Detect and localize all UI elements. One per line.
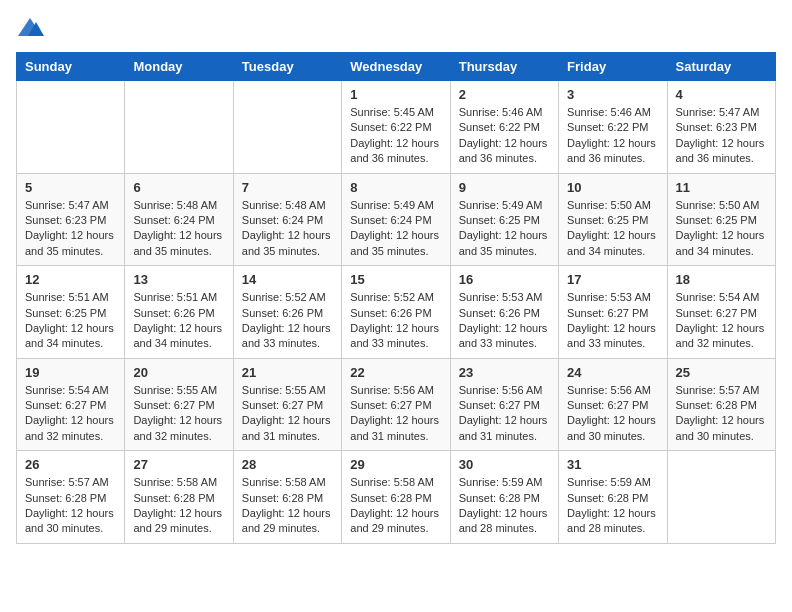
calendar-cell: 17Sunrise: 5:53 AMSunset: 6:27 PMDayligh… <box>559 266 667 359</box>
day-info: Sunrise: 5:50 AMSunset: 6:25 PMDaylight:… <box>676 198 767 260</box>
day-info: Sunrise: 5:54 AMSunset: 6:27 PMDaylight:… <box>25 383 116 445</box>
weekday-header-friday: Friday <box>559 53 667 81</box>
calendar-cell: 10Sunrise: 5:50 AMSunset: 6:25 PMDayligh… <box>559 173 667 266</box>
day-number: 8 <box>350 180 441 195</box>
weekday-header-saturday: Saturday <box>667 53 775 81</box>
day-info: Sunrise: 5:53 AMSunset: 6:26 PMDaylight:… <box>459 290 550 352</box>
calendar-cell: 27Sunrise: 5:58 AMSunset: 6:28 PMDayligh… <box>125 451 233 544</box>
day-number: 24 <box>567 365 658 380</box>
calendar-cell: 14Sunrise: 5:52 AMSunset: 6:26 PMDayligh… <box>233 266 341 359</box>
calendar-cell: 8Sunrise: 5:49 AMSunset: 6:24 PMDaylight… <box>342 173 450 266</box>
weekday-header-tuesday: Tuesday <box>233 53 341 81</box>
day-info: Sunrise: 5:59 AMSunset: 6:28 PMDaylight:… <box>567 475 658 537</box>
day-info: Sunrise: 5:49 AMSunset: 6:24 PMDaylight:… <box>350 198 441 260</box>
week-row-4: 19Sunrise: 5:54 AMSunset: 6:27 PMDayligh… <box>17 358 776 451</box>
day-info: Sunrise: 5:52 AMSunset: 6:26 PMDaylight:… <box>242 290 333 352</box>
day-info: Sunrise: 5:56 AMSunset: 6:27 PMDaylight:… <box>567 383 658 445</box>
day-number: 30 <box>459 457 550 472</box>
day-number: 5 <box>25 180 116 195</box>
calendar-cell: 24Sunrise: 5:56 AMSunset: 6:27 PMDayligh… <box>559 358 667 451</box>
calendar-cell: 2Sunrise: 5:46 AMSunset: 6:22 PMDaylight… <box>450 81 558 174</box>
day-number: 23 <box>459 365 550 380</box>
day-info: Sunrise: 5:51 AMSunset: 6:26 PMDaylight:… <box>133 290 224 352</box>
calendar-cell: 25Sunrise: 5:57 AMSunset: 6:28 PMDayligh… <box>667 358 775 451</box>
calendar-table: SundayMondayTuesdayWednesdayThursdayFrid… <box>16 52 776 544</box>
day-number: 20 <box>133 365 224 380</box>
day-number: 21 <box>242 365 333 380</box>
logo <box>16 16 48 40</box>
day-number: 7 <box>242 180 333 195</box>
day-number: 11 <box>676 180 767 195</box>
day-number: 10 <box>567 180 658 195</box>
logo-icon <box>16 16 44 40</box>
day-number: 14 <box>242 272 333 287</box>
day-number: 4 <box>676 87 767 102</box>
calendar-cell <box>17 81 125 174</box>
calendar-cell <box>667 451 775 544</box>
day-number: 31 <box>567 457 658 472</box>
calendar-cell: 30Sunrise: 5:59 AMSunset: 6:28 PMDayligh… <box>450 451 558 544</box>
day-number: 16 <box>459 272 550 287</box>
calendar-cell: 19Sunrise: 5:54 AMSunset: 6:27 PMDayligh… <box>17 358 125 451</box>
day-number: 9 <box>459 180 550 195</box>
calendar-cell: 28Sunrise: 5:58 AMSunset: 6:28 PMDayligh… <box>233 451 341 544</box>
day-info: Sunrise: 5:50 AMSunset: 6:25 PMDaylight:… <box>567 198 658 260</box>
calendar-cell: 20Sunrise: 5:55 AMSunset: 6:27 PMDayligh… <box>125 358 233 451</box>
day-number: 25 <box>676 365 767 380</box>
weekday-header-wednesday: Wednesday <box>342 53 450 81</box>
weekday-header-sunday: Sunday <box>17 53 125 81</box>
day-info: Sunrise: 5:45 AMSunset: 6:22 PMDaylight:… <box>350 105 441 167</box>
day-number: 6 <box>133 180 224 195</box>
calendar-cell: 22Sunrise: 5:56 AMSunset: 6:27 PMDayligh… <box>342 358 450 451</box>
weekday-header-thursday: Thursday <box>450 53 558 81</box>
day-info: Sunrise: 5:48 AMSunset: 6:24 PMDaylight:… <box>242 198 333 260</box>
day-number: 15 <box>350 272 441 287</box>
day-info: Sunrise: 5:46 AMSunset: 6:22 PMDaylight:… <box>567 105 658 167</box>
day-number: 18 <box>676 272 767 287</box>
day-info: Sunrise: 5:53 AMSunset: 6:27 PMDaylight:… <box>567 290 658 352</box>
calendar-cell: 23Sunrise: 5:56 AMSunset: 6:27 PMDayligh… <box>450 358 558 451</box>
calendar-cell: 15Sunrise: 5:52 AMSunset: 6:26 PMDayligh… <box>342 266 450 359</box>
calendar-cell: 3Sunrise: 5:46 AMSunset: 6:22 PMDaylight… <box>559 81 667 174</box>
day-number: 17 <box>567 272 658 287</box>
calendar-cell: 21Sunrise: 5:55 AMSunset: 6:27 PMDayligh… <box>233 358 341 451</box>
day-info: Sunrise: 5:57 AMSunset: 6:28 PMDaylight:… <box>25 475 116 537</box>
calendar-cell <box>233 81 341 174</box>
day-info: Sunrise: 5:56 AMSunset: 6:27 PMDaylight:… <box>459 383 550 445</box>
calendar-cell: 11Sunrise: 5:50 AMSunset: 6:25 PMDayligh… <box>667 173 775 266</box>
calendar-cell: 12Sunrise: 5:51 AMSunset: 6:25 PMDayligh… <box>17 266 125 359</box>
day-info: Sunrise: 5:51 AMSunset: 6:25 PMDaylight:… <box>25 290 116 352</box>
day-info: Sunrise: 5:58 AMSunset: 6:28 PMDaylight:… <box>133 475 224 537</box>
day-number: 27 <box>133 457 224 472</box>
calendar-cell: 9Sunrise: 5:49 AMSunset: 6:25 PMDaylight… <box>450 173 558 266</box>
day-info: Sunrise: 5:57 AMSunset: 6:28 PMDaylight:… <box>676 383 767 445</box>
day-number: 19 <box>25 365 116 380</box>
calendar-cell: 18Sunrise: 5:54 AMSunset: 6:27 PMDayligh… <box>667 266 775 359</box>
day-number: 3 <box>567 87 658 102</box>
day-number: 13 <box>133 272 224 287</box>
day-info: Sunrise: 5:59 AMSunset: 6:28 PMDaylight:… <box>459 475 550 537</box>
page-header <box>16 16 776 40</box>
day-info: Sunrise: 5:58 AMSunset: 6:28 PMDaylight:… <box>350 475 441 537</box>
week-row-3: 12Sunrise: 5:51 AMSunset: 6:25 PMDayligh… <box>17 266 776 359</box>
weekday-header-monday: Monday <box>125 53 233 81</box>
day-number: 2 <box>459 87 550 102</box>
day-info: Sunrise: 5:56 AMSunset: 6:27 PMDaylight:… <box>350 383 441 445</box>
week-row-1: 1Sunrise: 5:45 AMSunset: 6:22 PMDaylight… <box>17 81 776 174</box>
day-info: Sunrise: 5:47 AMSunset: 6:23 PMDaylight:… <box>25 198 116 260</box>
day-number: 29 <box>350 457 441 472</box>
day-info: Sunrise: 5:46 AMSunset: 6:22 PMDaylight:… <box>459 105 550 167</box>
calendar-cell: 31Sunrise: 5:59 AMSunset: 6:28 PMDayligh… <box>559 451 667 544</box>
day-info: Sunrise: 5:55 AMSunset: 6:27 PMDaylight:… <box>133 383 224 445</box>
calendar-cell: 26Sunrise: 5:57 AMSunset: 6:28 PMDayligh… <box>17 451 125 544</box>
day-info: Sunrise: 5:47 AMSunset: 6:23 PMDaylight:… <box>676 105 767 167</box>
calendar-cell <box>125 81 233 174</box>
day-info: Sunrise: 5:55 AMSunset: 6:27 PMDaylight:… <box>242 383 333 445</box>
calendar-cell: 16Sunrise: 5:53 AMSunset: 6:26 PMDayligh… <box>450 266 558 359</box>
calendar-cell: 1Sunrise: 5:45 AMSunset: 6:22 PMDaylight… <box>342 81 450 174</box>
calendar-cell: 7Sunrise: 5:48 AMSunset: 6:24 PMDaylight… <box>233 173 341 266</box>
week-row-2: 5Sunrise: 5:47 AMSunset: 6:23 PMDaylight… <box>17 173 776 266</box>
day-number: 1 <box>350 87 441 102</box>
weekday-header-row: SundayMondayTuesdayWednesdayThursdayFrid… <box>17 53 776 81</box>
day-number: 28 <box>242 457 333 472</box>
